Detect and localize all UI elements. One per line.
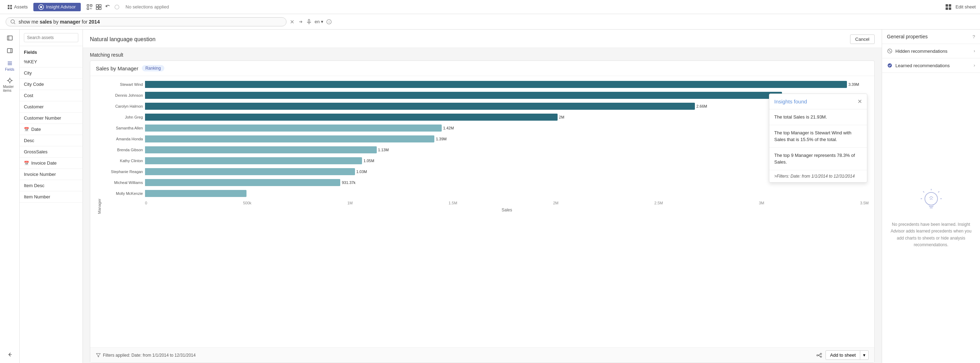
toolbar-actions xyxy=(86,4,120,10)
cancel-button[interactable]: Cancel xyxy=(850,34,875,44)
field-item-item-number[interactable]: Item Number xyxy=(20,191,83,203)
bar-value: 2.66M xyxy=(696,104,707,108)
x-tick: 3M xyxy=(759,201,764,205)
svg-rect-26 xyxy=(7,36,12,40)
svg-rect-9 xyxy=(96,5,98,7)
insights-header: Insights found ✕ xyxy=(769,94,867,109)
edit-sheet-label[interactable]: Edit sheet xyxy=(955,4,976,10)
bar-row: Kathy Clinton 1.05M xyxy=(104,156,869,166)
x-axis: 0 500k 1M 1.5M 2M 2.5M 3M 3.5M xyxy=(145,200,869,205)
add-to-sheet-dropdown-icon[interactable]: ▾ xyxy=(860,351,868,360)
lightbulb-icon xyxy=(917,187,945,216)
svg-rect-12 xyxy=(99,7,101,10)
bar-container: 2.66M xyxy=(145,103,869,110)
svg-point-13 xyxy=(115,5,119,9)
fields-list: %KEY City City Code Cost Customer Custom… xyxy=(20,56,83,363)
help-icon[interactable]: ? xyxy=(973,34,975,39)
svg-rect-1 xyxy=(10,5,12,7)
field-item-date[interactable]: 📅 Date xyxy=(20,124,83,135)
sidebar-item-fields[interactable]: Fields xyxy=(1,58,19,74)
sidebar-collapse[interactable] xyxy=(1,45,19,56)
share-icon[interactable] xyxy=(816,352,823,358)
assets-tab[interactable]: Assets xyxy=(4,4,30,10)
bar-fill xyxy=(145,103,695,110)
back-icon xyxy=(6,351,13,358)
learned-recommendations-section[interactable]: Learned recommendations › xyxy=(882,58,980,73)
bar-value: 1.03M xyxy=(356,170,367,174)
svg-line-43 xyxy=(889,50,891,52)
chart-body: Manager Stewart Wind 3.39M Dennis John xyxy=(90,76,874,347)
bar-container: 2M xyxy=(145,114,869,121)
field-item-invoice-date[interactable]: 📅 Invoice Date xyxy=(20,158,83,169)
field-item-cost[interactable]: Cost xyxy=(20,90,83,101)
field-label: %KEY xyxy=(24,59,37,64)
sidebar-expand[interactable] xyxy=(1,32,19,44)
arrow-right-icon[interactable] xyxy=(298,19,303,25)
field-item-desc[interactable]: Desc xyxy=(20,135,83,146)
bar-label: Stephanie Reagan xyxy=(104,170,143,174)
search-bar-row: show me sales by manager for 2014 en ▾ i xyxy=(0,14,980,30)
clear-search-icon[interactable] xyxy=(290,19,295,25)
no-selections-label: No selections applied xyxy=(126,4,169,10)
field-item-invoice-number[interactable]: Invoice Number xyxy=(20,169,83,180)
icon-sidebar: Fields Master items xyxy=(0,30,20,363)
insights-close-button[interactable]: ✕ xyxy=(858,98,862,105)
matching-result-title: Matching result xyxy=(83,48,882,61)
lock-icon[interactable] xyxy=(114,4,120,10)
master-items-label: Master items xyxy=(3,85,16,93)
svg-rect-6 xyxy=(87,5,89,6)
x-tick: 0 xyxy=(145,201,147,205)
expand-icon[interactable] xyxy=(95,4,102,10)
search-input-wrap[interactable]: show me sales by manager for 2014 xyxy=(6,17,286,26)
right-panel-header: General properties ? xyxy=(882,30,980,44)
bar-fill xyxy=(145,168,355,175)
bar-fill xyxy=(145,157,362,164)
field-item-city[interactable]: City xyxy=(20,67,83,79)
x-tick: 1.5M xyxy=(449,201,457,205)
bar-fill xyxy=(145,114,558,121)
field-item-city-code[interactable]: City Code xyxy=(20,79,83,90)
svg-rect-0 xyxy=(8,5,10,7)
grid-icon[interactable] xyxy=(945,3,952,11)
bar-row: Stewart Wind 3.39M xyxy=(104,80,869,90)
lang-selector[interactable]: en ▾ xyxy=(315,19,323,24)
bar-fill xyxy=(145,179,340,186)
field-item-key[interactable]: %KEY xyxy=(20,56,83,67)
x-tick: 3.5M xyxy=(860,201,869,205)
insight-item-2: The top Manager is Stewart Wind with Sal… xyxy=(769,125,867,148)
hidden-recommendations-section[interactable]: Hidden recommendations › xyxy=(882,44,980,58)
calendar-icon: 📅 xyxy=(24,127,29,132)
bar-label: Carolyn Halmon xyxy=(104,104,143,108)
insight-advisor-tab[interactable]: Insight Advisor xyxy=(33,3,81,11)
hidden-rec-icon xyxy=(887,48,892,54)
svg-rect-8 xyxy=(87,8,89,10)
undo-icon[interactable] xyxy=(105,4,111,10)
fields-search-input[interactable] xyxy=(24,33,78,42)
scan-icon[interactable] xyxy=(86,4,93,10)
x-tick: 2M xyxy=(553,201,558,205)
sidebar-back[interactable] xyxy=(1,349,19,360)
sidebar-item-master-items[interactable]: Master items xyxy=(1,75,19,94)
expand-panel-icon xyxy=(6,34,13,42)
bar-chart-inner: Manager Stewart Wind 3.39M Dennis John xyxy=(96,80,869,333)
assets-label: Assets xyxy=(14,4,28,10)
chart-footer-actions: Add to sheet ▾ xyxy=(816,350,869,360)
bar-label: John Greg xyxy=(104,115,143,119)
bar-container: 1.05M xyxy=(145,157,869,164)
field-item-item-desc[interactable]: Item Desc xyxy=(20,180,83,191)
svg-text:i: i xyxy=(329,20,329,24)
insight-icon xyxy=(38,4,44,10)
insights-panel: Insights found ✕ The total Sales is 21.9… xyxy=(769,94,867,182)
field-item-gross-sales[interactable]: GrossSales xyxy=(20,146,83,158)
fields-icon xyxy=(6,60,13,67)
info-icon[interactable]: i xyxy=(326,19,332,25)
field-item-customer[interactable]: Customer xyxy=(20,101,83,113)
mic-icon[interactable] xyxy=(306,19,312,25)
bar-container: 1.13M xyxy=(145,146,869,154)
add-to-sheet-button[interactable]: Add to sheet ▾ xyxy=(826,350,869,360)
bar-row: Samantha Allen 1.42M xyxy=(104,123,869,133)
svg-rect-7 xyxy=(90,5,92,6)
field-label: GrossSales xyxy=(24,149,48,154)
field-item-customer-number[interactable]: Customer Number xyxy=(20,113,83,124)
chart-title: Sales by Manager xyxy=(96,66,138,71)
